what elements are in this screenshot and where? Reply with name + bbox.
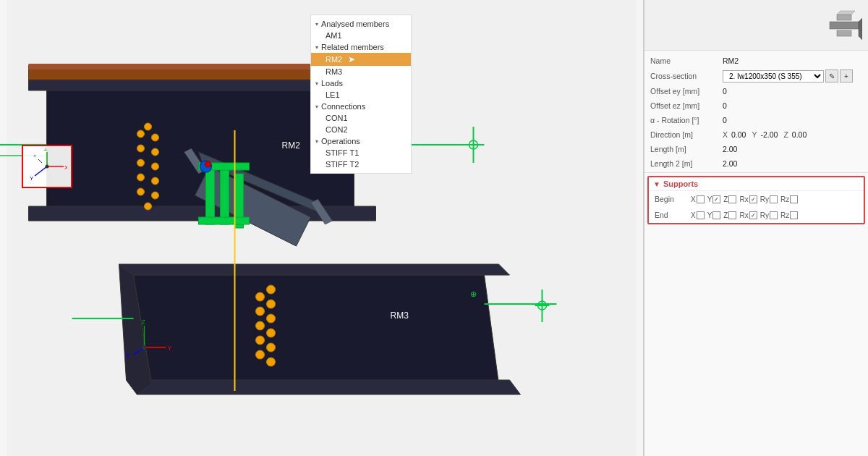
tree-stiff-t2[interactable]: STIFF T2 [311, 159, 411, 170]
svg-line-73 [38, 159, 42, 163]
tree-analysed-members[interactable]: ▾ Analysed members [311, 18, 411, 30]
alpha-rotation-label: α - Rotation [°] [650, 116, 723, 124]
svg-point-23 [137, 188, 145, 195]
direction-row: Direction [m] X 0.00 Y -2.00 Z 0.00 [644, 127, 868, 142]
svg-point-36 [267, 285, 276, 294]
offset-ez-label: Offset ez [mm] [650, 101, 723, 110]
svg-point-48 [205, 161, 211, 167]
begin-ry-checkbox[interactable] [770, 195, 778, 203]
svg-rect-84 [837, 30, 851, 36]
end-rz-checkbox[interactable] [790, 211, 798, 219]
supports-begin-row: Begin X Y Z Rx [649, 191, 864, 207]
end-ry-checkbox[interactable] [770, 211, 778, 219]
svg-text:Z: Z [142, 318, 146, 326]
end-rx-checkbox[interactable] [749, 211, 757, 219]
svg-point-19 [137, 130, 145, 138]
cross-section-control: 2. Iw1200x350 (S 355) ✎ + [723, 69, 862, 83]
direction-y: Y -2.00 [752, 130, 778, 139]
begin-y-checkbox[interactable] [712, 195, 720, 203]
tree-stiff-t1[interactable]: STIFF T1 [311, 147, 411, 159]
offset-ez-row: Offset ez [mm] 0 [644, 98, 868, 113]
tree-con2[interactable]: CON2 [311, 124, 411, 135]
begin-z-check: Z [723, 195, 736, 203]
svg-point-35 [256, 350, 265, 359]
supports-end-row: End X Y Z Rx [649, 207, 864, 223]
begin-y-check: Y [707, 195, 721, 203]
coordinate-box-topleft: X Z Y + [22, 145, 72, 188]
viewport-3d[interactable]: RM2 RM3 Y Z X ⊕ X Z Y [0, 0, 643, 456]
begin-x-checkbox[interactable] [697, 195, 705, 203]
supports-collapse-icon[interactable]: ▼ [653, 180, 660, 188]
offset-ez-value: 0 [723, 101, 862, 110]
begin-rx-checkbox[interactable] [749, 195, 757, 203]
length-value: 2.00 [723, 145, 862, 153]
svg-point-34 [256, 336, 265, 345]
direction-z-val: 0.00 [792, 130, 807, 139]
tree-am1[interactable]: AM1 [311, 30, 411, 41]
length2-value: 2.00 [723, 159, 862, 168]
beam-3d-icon [826, 7, 862, 43]
alpha-rotation-row: α - Rotation [°] 0 [644, 113, 868, 127]
svg-point-28 [152, 163, 159, 170]
tree-operations[interactable]: ▾ Operations [311, 135, 411, 147]
name-value: RM2 [723, 56, 862, 65]
svg-text:Y: Y [30, 175, 34, 182]
length-row: Length [m] 2.00 [644, 142, 868, 156]
tree-le1[interactable]: LE1 [311, 89, 411, 101]
offset-ey-row: Offset ey [mm] 0 [644, 84, 868, 98]
svg-rect-43 [221, 166, 229, 224]
supports-end-label: End [655, 211, 691, 219]
svg-point-40 [267, 343, 276, 352]
offset-ey-label: Offset ey [mm] [650, 87, 723, 96]
tree-rm2[interactable]: RM2 ➤ [311, 53, 411, 66]
tree-related-members[interactable]: ▾ Related members [311, 41, 411, 53]
beam-icon-area [644, 0, 868, 51]
end-rx-check: Rx [739, 211, 757, 219]
direction-y-val: -2.00 [760, 130, 778, 139]
tree-connections[interactable]: ▾ Connections [311, 101, 411, 112]
end-z-check: Z [723, 211, 736, 219]
svg-point-33 [256, 321, 265, 330]
begin-ry-check: Ry [760, 195, 778, 203]
end-x-checkbox[interactable] [697, 211, 705, 219]
end-y-check: Y [707, 211, 721, 219]
direction-x: X 0.00 [723, 130, 746, 139]
svg-point-26 [152, 134, 159, 141]
supports-end-checks: X Y Z Rx Ry [691, 211, 798, 219]
svg-rect-46 [199, 217, 250, 224]
svg-point-37 [267, 300, 276, 308]
begin-z-checkbox[interactable] [728, 195, 736, 203]
svg-marker-85 [859, 18, 862, 40]
begin-rz-checkbox[interactable] [790, 195, 798, 203]
svg-text:Y: Y [168, 345, 172, 352]
svg-marker-15 [127, 380, 521, 394]
edit-cross-section-btn[interactable]: ✎ [825, 69, 838, 83]
tree-rm3[interactable]: RM3 [311, 66, 411, 77]
name-row: Name RM2 [644, 54, 868, 68]
svg-rect-42 [206, 166, 215, 224]
svg-point-22 [137, 174, 145, 181]
tree-con1[interactable]: CON1 [311, 112, 411, 124]
svg-text:⊕: ⊕ [470, 290, 477, 298]
cross-section-row: Cross-section 2. Iw1200x350 (S 355) ✎ + [644, 68, 868, 84]
direction-z-axis: Z [783, 130, 788, 139]
end-z-checkbox[interactable] [728, 211, 736, 219]
member-tree: ▾ Analysed members AM1 ▾ Related members… [310, 14, 412, 174]
svg-text:RM3: RM3 [391, 311, 409, 321]
svg-text:Z: Z [44, 148, 48, 152]
tree-loads[interactable]: ▾ Loads [311, 77, 411, 89]
begin-x-check: X [691, 195, 705, 203]
begin-rz-check: Rz [780, 195, 798, 203]
svg-point-27 [152, 148, 159, 156]
separator [644, 172, 868, 173]
length-label: Length [m] [650, 145, 723, 153]
properties-panel: Name RM2 Cross-section 2. Iw1200x350 (S … [644, 0, 868, 456]
supports-begin-checks: X Y Z Rx Ry [691, 195, 798, 203]
add-cross-section-btn[interactable]: + [840, 69, 853, 83]
offset-ey-value: 0 [723, 87, 862, 96]
cross-section-select[interactable]: 2. Iw1200x350 (S 355) [723, 70, 824, 83]
end-x-check: X [691, 211, 705, 219]
cross-section-label: Cross-section [650, 72, 723, 80]
end-y-checkbox[interactable] [712, 211, 720, 219]
svg-point-21 [137, 159, 145, 166]
